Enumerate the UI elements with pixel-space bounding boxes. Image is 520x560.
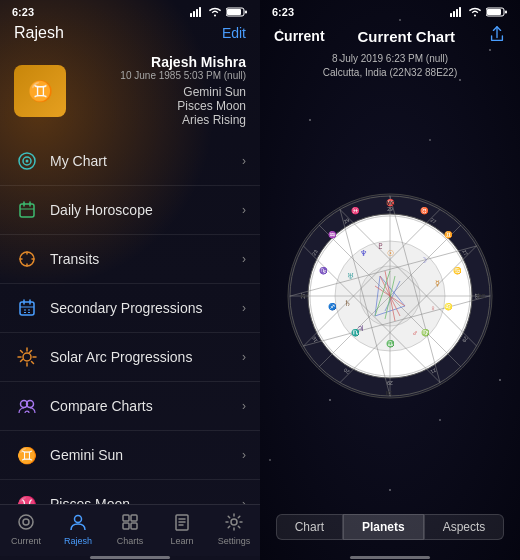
svg-text:29: 29 [387,380,393,386]
menu-item-secondary-progressions[interactable]: Secondary Progressions › [0,284,260,333]
left-panel: 6:23 [0,0,260,560]
svg-text:DC: DC [477,293,486,299]
tab-learn-label: Learn [170,536,193,546]
chart-location: Calcutta, India (22N32 88E22) [323,67,458,78]
svg-text:MC: MC [386,200,396,206]
svg-text:♑: ♑ [319,266,328,275]
home-indicator-left [0,556,260,560]
menu-item-pisces-moon[interactable]: ♓ Pisces Moon › [0,480,260,504]
svg-text:♐: ♐ [328,302,337,311]
edit-button[interactable]: Edit [222,25,246,41]
menu-item-gemini-sun[interactable]: ♊ Gemini Sun › [0,431,260,480]
svg-text:☉: ☉ [387,249,394,258]
svg-rect-31 [453,11,455,17]
menu-item-transits[interactable]: Transits › [0,235,260,284]
svg-text:♍: ♍ [421,328,430,337]
menu-item-solar-arc[interactable]: Solar Arc Progressions › [0,333,260,382]
compare-charts-label: Compare Charts [50,398,242,414]
learn-tab-icon [171,511,193,533]
svg-text:29: 29 [387,206,393,212]
bottom-tabs: Current Rajesh Charts Learn [0,504,260,556]
svg-text:♋: ♋ [453,266,462,275]
svg-text:♆: ♆ [360,249,367,258]
svg-point-22 [23,519,29,525]
tab-current-label: Current [11,536,41,546]
chart-tab-planets[interactable]: Planets [343,514,424,540]
svg-text:♓: ♓ [351,206,360,215]
svg-text:♄: ♄ [344,299,351,308]
battery-icon [226,7,248,17]
svg-text:IC: IC [386,390,393,396]
menu-item-compare-charts[interactable]: Compare Charts › [0,382,260,431]
gemini-sun-label: Gemini Sun [50,447,242,463]
svg-rect-32 [456,9,458,17]
chevron-icon: › [242,399,246,413]
chevron-icon: › [242,203,246,217]
daily-horoscope-icon [14,197,40,223]
svg-point-15 [23,353,31,361]
rajesh-tab-icon [67,511,89,533]
gemini-symbol-icon: ♊ [14,65,66,117]
wifi-icon [208,7,222,17]
chevron-icon: › [242,350,246,364]
tab-charts[interactable]: Charts [104,511,156,546]
profile-details: Gemini Sun Pisces Moon Aries Rising [76,85,246,127]
svg-text:AC: AC [300,293,309,299]
tab-settings[interactable]: Settings [208,511,260,546]
svg-rect-33 [459,7,461,17]
svg-rect-30 [450,13,452,17]
share-button[interactable] [488,25,506,47]
profile-info: Rajesh Mishra 10 June 1985 5:03 PM (null… [76,54,246,127]
svg-rect-7 [245,11,247,14]
menu-item-daily-horoscope[interactable]: Daily Horoscope › [0,186,260,235]
svg-rect-14 [20,302,34,315]
chevron-icon: › [242,252,246,266]
compare-charts-icon [14,393,40,419]
menu-item-my-chart[interactable]: My Chart › [0,137,260,186]
svg-rect-27 [131,523,137,529]
tab-learn[interactable]: Learn [156,511,208,546]
tab-charts-label: Charts [117,536,144,546]
current-tab-icon [15,511,37,533]
svg-text:♀: ♀ [430,304,436,313]
svg-text:♃: ♃ [357,324,364,333]
chevron-icon: › [242,448,246,462]
svg-rect-37 [505,11,507,14]
svg-point-11 [26,160,29,163]
time-left: 6:23 [12,6,34,18]
svg-text:♇: ♇ [377,242,384,251]
svg-point-4 [214,14,216,16]
profile-date: 10 June 1985 5:03 PM (null) [76,70,246,81]
time-right: 6:23 [272,6,294,18]
svg-point-23 [75,516,82,523]
tab-current[interactable]: Current [0,511,52,546]
gemini-sun-icon: ♊ [14,442,40,468]
profile-moon: Pisces Moon [76,99,246,113]
chart-tab-aspects[interactable]: Aspects [424,514,505,540]
header-row: Rajesh Edit [0,20,260,48]
status-bar-left: 6:23 [0,0,260,20]
svg-text:☽: ☽ [420,256,427,265]
my-chart-icon [14,148,40,174]
svg-rect-3 [199,7,201,17]
profile-sun: Gemini Sun [76,85,246,99]
svg-point-34 [474,14,476,16]
charts-tab-icon [119,511,141,533]
my-chart-label: My Chart [50,153,242,169]
tab-rajesh[interactable]: Rajesh [52,511,104,546]
profile-rising: Aries Rising [76,113,246,127]
svg-rect-2 [196,9,198,17]
transits-label: Transits [50,251,242,267]
chevron-icon: › [242,154,246,168]
chevron-icon: › [242,301,246,315]
transits-icon [14,246,40,272]
right-header: Current Current Chart [260,20,520,52]
svg-rect-1 [193,11,195,17]
svg-text:♌: ♌ [444,302,453,311]
tab-current-right[interactable]: Current [274,24,325,48]
svg-text:♂: ♂ [412,329,418,338]
chart-wheel: ♈ ♉ ♊ ♋ ♌ ♍ ♎ ♏ ♐ ♑ ♒ ♓ [285,191,495,401]
chart-tab-chart[interactable]: Chart [276,514,343,540]
header-name: Rajesh [14,24,64,42]
home-indicator-right [260,556,520,560]
